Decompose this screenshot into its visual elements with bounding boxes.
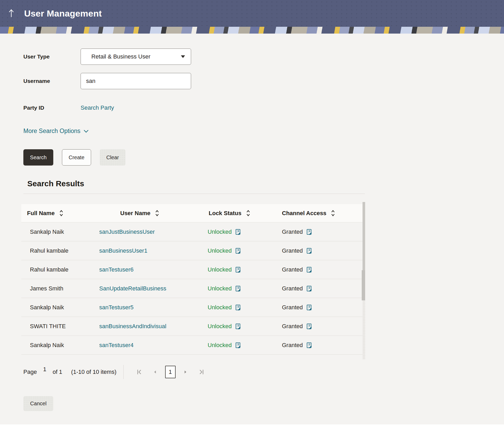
record-edit-icon[interactable]: [235, 304, 241, 311]
username-label: Username: [23, 78, 81, 84]
record-edit-icon[interactable]: [306, 267, 312, 273]
record-edit-icon[interactable]: [306, 248, 312, 254]
decorative-banner: [0, 27, 504, 34]
channel-access-cell: Granted: [273, 247, 365, 254]
next-page-icon[interactable]: [179, 366, 191, 378]
triangle-down-icon: [181, 55, 185, 58]
user-name-cell: sanTestuser4: [91, 342, 199, 349]
full-name-cell: Rahul kambale: [21, 247, 91, 254]
channel-access-cell: Granted: [273, 285, 365, 292]
channel-access-cell: Granted: [273, 228, 365, 235]
sort-icon[interactable]: [155, 210, 159, 216]
user-type-selected-value: Retail & Business User: [91, 53, 150, 60]
clear-button[interactable]: Clear: [100, 149, 125, 166]
user-name-cell: sanBusinessAndIndivisual: [91, 323, 199, 330]
user-name-link[interactable]: sanTestuser4: [99, 342, 134, 349]
sort-icon[interactable]: [331, 210, 335, 216]
table-row: SWATI THITE sanBusinessAndIndivisual Unl…: [21, 317, 365, 336]
search-party-link[interactable]: Search Party: [81, 104, 114, 111]
sort-icon[interactable]: [59, 210, 63, 216]
current-page-button[interactable]: 1: [165, 366, 176, 378]
page-title: User Management: [24, 8, 102, 19]
search-button[interactable]: Search: [23, 149, 53, 166]
user-name-link[interactable]: sanBusinessUser1: [99, 247, 147, 254]
record-edit-icon[interactable]: [235, 229, 241, 235]
lock-status-cell: Unlocked: [199, 342, 273, 349]
channel-access-cell: Granted: [273, 266, 365, 273]
user-name-cell: sanBusinessUser1: [91, 247, 199, 254]
lock-status-cell: Unlocked: [199, 285, 273, 292]
items-count-text: (1-10 of 10 items): [71, 369, 116, 375]
footer-actions: Cancel: [23, 396, 504, 411]
full-name-cell: Sankalp Naik: [21, 304, 91, 311]
record-edit-icon[interactable]: [235, 323, 241, 329]
page: User Management User Type Retail & Busin…: [0, 0, 504, 424]
user-name-link[interactable]: sanJustBusinessUser: [99, 228, 155, 235]
user-name-cell: sanTestuser5: [91, 304, 199, 311]
first-page-icon[interactable]: [133, 366, 145, 378]
column-header-full-name: Full Name: [21, 210, 91, 217]
divider: [123, 365, 124, 379]
table-body: Sankalp Naik sanJustBusinessUser Unlocke…: [21, 222, 365, 355]
record-edit-icon[interactable]: [306, 323, 312, 329]
record-edit-icon[interactable]: [306, 285, 312, 292]
scrollbar-thumb[interactable]: [362, 270, 365, 300]
channel-access-value: Granted: [282, 323, 303, 330]
lock-status-cell: Unlocked: [199, 323, 273, 330]
lock-status-value: Unlocked: [208, 304, 232, 311]
lock-status-value: Unlocked: [208, 228, 232, 235]
divider: [23, 194, 365, 194]
user-name-link[interactable]: sanTestuser6: [99, 266, 134, 273]
column-header-user-name: User Name: [91, 210, 199, 217]
page-number-input[interactable]: [37, 366, 52, 373]
channel-access-value: Granted: [282, 247, 303, 254]
full-name-cell: James Smith: [21, 285, 91, 292]
sort-icon[interactable]: [246, 210, 250, 216]
column-header-channel-access: Channel Access: [273, 210, 365, 217]
table-row: Rahul kambale sanBusinessUser1 Unlocked …: [21, 241, 365, 260]
table-row: James Smith SanUpdateRetailBusiness Unlo…: [21, 279, 365, 298]
user-name-cell: sanTestuser6: [91, 266, 199, 273]
lock-status-cell: Unlocked: [199, 304, 273, 311]
search-results-heading: Search Results: [27, 179, 504, 188]
record-edit-icon[interactable]: [235, 342, 241, 348]
user-name-link[interactable]: sanBusinessAndIndivisual: [99, 323, 166, 330]
channel-access-value: Granted: [282, 266, 303, 273]
table-row: Rahul kambale sanTestuser6 Unlocked Gran…: [21, 260, 365, 279]
results-table: Full Name User Name: [21, 204, 365, 355]
record-edit-icon[interactable]: [306, 304, 312, 311]
user-type-label: User Type: [23, 54, 81, 60]
record-edit-icon[interactable]: [235, 248, 241, 254]
table-row: Sankalp Naik sanTestuser4 Unlocked Grant…: [21, 336, 365, 355]
lock-status-cell: Unlocked: [199, 266, 273, 273]
user-type-select[interactable]: Retail & Business User: [81, 49, 191, 65]
record-edit-icon[interactable]: [235, 285, 241, 292]
table-header-row: Full Name User Name: [21, 204, 365, 222]
party-id-row: Party ID Search Party: [23, 100, 504, 116]
record-edit-icon[interactable]: [306, 229, 312, 235]
record-edit-icon[interactable]: [306, 342, 312, 348]
full-name-cell: SWATI THITE: [21, 323, 91, 330]
column-header-lock-status: Lock Status: [199, 210, 273, 217]
more-search-options-label: More Search Options: [23, 127, 80, 135]
user-name-cell: SanUpdateRetailBusiness: [91, 285, 199, 292]
user-name-link[interactable]: sanTestuser5: [99, 304, 134, 311]
more-search-options-toggle[interactable]: More Search Options: [23, 127, 89, 135]
chevron-down-icon: [83, 130, 89, 133]
arrow-up-icon[interactable]: [8, 8, 15, 19]
username-input[interactable]: [81, 73, 191, 89]
previous-page-icon[interactable]: [149, 366, 161, 378]
cancel-button[interactable]: Cancel: [23, 396, 53, 411]
record-edit-icon[interactable]: [235, 267, 241, 273]
lock-status-value: Unlocked: [208, 266, 232, 273]
channel-access-value: Granted: [282, 285, 303, 292]
create-button[interactable]: Create: [62, 149, 91, 166]
table-scrollbar[interactable]: [363, 202, 365, 359]
table-row: Sankalp Naik sanTestuser5 Unlocked Grant…: [21, 298, 365, 317]
app-header: User Management: [0, 0, 504, 27]
user-name-link[interactable]: SanUpdateRetailBusiness: [99, 285, 166, 292]
last-page-icon[interactable]: [196, 366, 208, 378]
full-name-cell: Sankalp Naik: [21, 228, 91, 235]
lock-status-cell: Unlocked: [199, 228, 273, 235]
main-content: User Type Retail & Business User Usernam…: [0, 34, 504, 411]
